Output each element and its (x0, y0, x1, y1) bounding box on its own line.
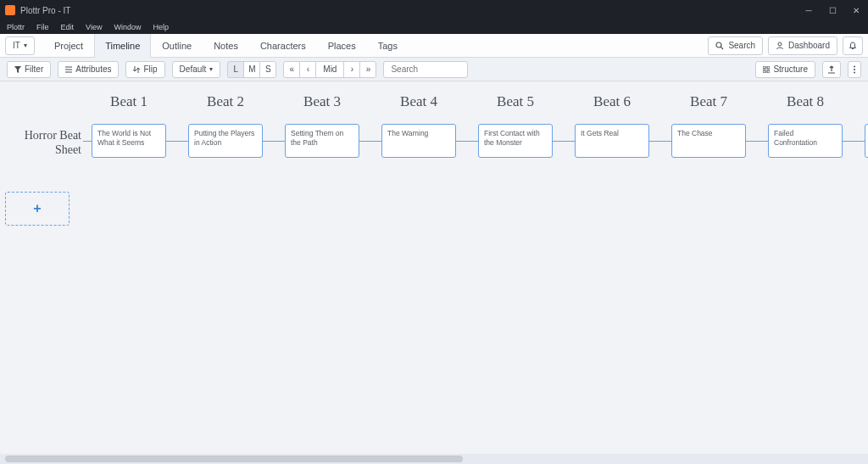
beat-header[interactable]: Beat 3 (274, 93, 370, 110)
svg-point-12 (854, 69, 855, 70)
beat-header[interactable]: Beat 8 (757, 93, 854, 110)
search-input[interactable] (383, 61, 468, 78)
beat-header[interactable]: Beat 1 (81, 93, 177, 110)
horizontal-scrollbar[interactable] (0, 454, 868, 464)
tab-outline[interactable]: Outline (151, 34, 203, 58)
book-selector[interactable]: IT ▾ (5, 36, 35, 55)
attributes-button-label: Attributes (75, 64, 111, 74)
connector-line (553, 141, 575, 142)
tab-project[interactable]: Project (43, 34, 94, 58)
scene-card[interactable]: Setting Them on the Path (285, 124, 359, 158)
zoom-large[interactable]: L (227, 61, 244, 78)
kebab-icon (853, 65, 856, 74)
nav-prev[interactable]: ‹ (299, 61, 316, 78)
user-icon (776, 42, 784, 50)
bell-icon (849, 42, 857, 50)
nav-last[interactable]: » (359, 61, 376, 78)
flip-button[interactable]: Flip (125, 61, 164, 78)
search-button-label: Search (728, 41, 755, 50)
list-icon (65, 66, 72, 73)
beat-header[interactable]: Beat 2 (177, 93, 274, 110)
tab-notes[interactable]: Notes (203, 34, 249, 58)
nav-group: « ‹ Mid › » (283, 61, 376, 78)
connector-line (649, 141, 671, 142)
scene-card[interactable]: Failed Confrontation (768, 124, 843, 158)
layout-dropdown[interactable]: Default ▾ (172, 61, 221, 78)
scene-card[interactable] (865, 124, 868, 158)
top-nav: IT ▾ Project Timeline Outline Notes Char… (0, 34, 868, 58)
menu-window[interactable]: Window (110, 23, 144, 31)
filter-button[interactable]: Filter (7, 61, 51, 78)
tab-timeline[interactable]: Timeline (94, 34, 151, 58)
menu-help[interactable]: Help (149, 23, 172, 31)
add-row-button[interactable]: + (5, 192, 70, 226)
scrollbar-thumb[interactable] (5, 456, 463, 462)
connector-line (456, 141, 478, 142)
attributes-button[interactable]: Attributes (58, 61, 119, 78)
dashboard-button[interactable]: Dashboard (768, 36, 837, 55)
connector-line (746, 141, 768, 142)
chevron-down-icon: ▾ (24, 42, 27, 49)
scene-card[interactable]: The Chase (671, 124, 746, 158)
svg-line-1 (721, 47, 724, 49)
scene-card[interactable]: First Contact with the Monster (478, 124, 553, 158)
connector-line (263, 141, 285, 142)
more-button[interactable] (848, 61, 861, 78)
maximize-button[interactable]: ☐ (821, 0, 844, 20)
beat-headers: Beat 1Beat 2Beat 3Beat 4Beat 5Beat 6Beat… (0, 81, 868, 124)
book-selector-label: IT (13, 41, 20, 50)
svg-rect-10 (767, 70, 770, 73)
dashboard-button-label: Dashboard (788, 41, 830, 50)
connector-line (359, 141, 381, 142)
svg-point-13 (854, 71, 855, 73)
export-button[interactable] (822, 61, 841, 78)
svg-point-2 (778, 42, 782, 46)
zoom-medium[interactable]: M (243, 61, 260, 78)
beat-header[interactable]: Beat 7 (660, 93, 757, 110)
menu-plottr[interactable]: Plottr (3, 23, 28, 31)
plus-icon: + (33, 201, 41, 216)
scene-card[interactable]: The Warning (381, 124, 456, 158)
structure-button-label: Structure (773, 64, 808, 74)
svg-point-0 (716, 42, 721, 48)
svg-rect-7 (763, 66, 765, 69)
zoom-small[interactable]: S (259, 61, 276, 78)
row-label[interactable]: Horror Beat Sheet (5, 129, 81, 158)
menu-view[interactable]: View (82, 23, 105, 31)
structure-button[interactable]: Structure (755, 61, 815, 78)
scene-card[interactable]: Putting the Players in Action (188, 124, 263, 158)
scene-card[interactable]: The World is Not What it Seems (92, 124, 166, 158)
close-button[interactable]: ✕ (844, 0, 868, 20)
search-icon (715, 42, 724, 50)
window-titlebar: Plottr Pro - IT ─ ☐ ✕ (0, 0, 868, 20)
tab-places[interactable]: Places (317, 34, 367, 58)
layout-dropdown-label: Default (180, 64, 207, 74)
tab-characters[interactable]: Characters (249, 34, 317, 58)
connector-line (843, 141, 865, 142)
notifications-button[interactable] (843, 36, 863, 55)
svg-rect-9 (763, 70, 765, 73)
flip-icon (133, 66, 140, 73)
app-menubar: Plottr File Edit View Window Help (0, 20, 868, 34)
filter-icon (14, 66, 21, 73)
nav-next[interactable]: › (343, 61, 360, 78)
chevron-down-icon: ▾ (209, 65, 213, 73)
scene-card[interactable]: It Gets Real (575, 124, 649, 158)
grid-icon (763, 66, 770, 73)
nav-mid[interactable]: Mid (315, 61, 344, 78)
nav-first[interactable]: « (283, 61, 300, 78)
tab-tags[interactable]: Tags (367, 34, 409, 58)
menu-edit[interactable]: Edit (58, 23, 78, 31)
timeline-canvas[interactable]: Beat 1Beat 2Beat 3Beat 4Beat 5Beat 6Beat… (0, 81, 868, 454)
connector-line (166, 141, 188, 142)
menu-file[interactable]: File (33, 23, 53, 31)
flip-button-label: Flip (143, 64, 157, 74)
zoom-group: L M S (227, 61, 276, 78)
beat-header[interactable]: Beat 6 (564, 93, 660, 110)
search-button[interactable]: Search (708, 36, 763, 55)
beat-header[interactable]: Beat 4 (370, 93, 467, 110)
beat-header[interactable]: Beat 5 (467, 93, 564, 110)
minimize-button[interactable]: ─ (797, 0, 821, 20)
app-icon (5, 5, 15, 15)
connector-line (83, 141, 92, 142)
